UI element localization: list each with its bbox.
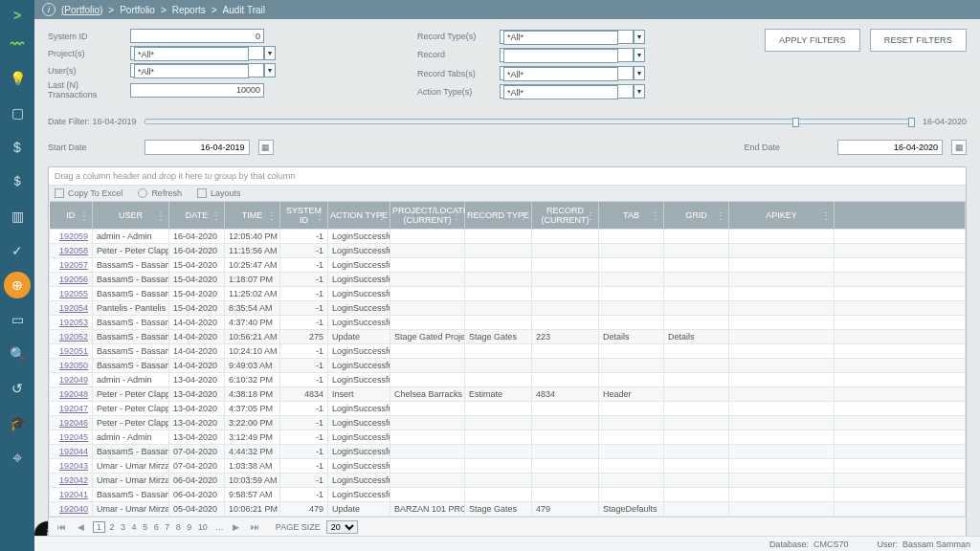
column-menu-icon[interactable]: ⋮ bbox=[716, 210, 725, 221]
column-menu-icon[interactable]: ⋮ bbox=[79, 210, 89, 221]
education-icon[interactable]: 🎓 bbox=[4, 409, 31, 436]
table-row[interactable]: 192050BassamS - Bassam Sa14-04-20209:49:… bbox=[50, 359, 966, 373]
column-header[interactable]: RECORD TYPE⋮ bbox=[465, 202, 532, 230]
calendar-icon[interactable]: ▦ bbox=[951, 140, 967, 155]
table-row[interactable]: 192044BassamS - Bassam Sa07-04-20204:44:… bbox=[50, 445, 966, 459]
column-header[interactable]: DATE⋮ bbox=[169, 202, 225, 230]
column-menu-icon[interactable]: ⋮ bbox=[212, 210, 221, 221]
column-menu-icon[interactable]: ⋮ bbox=[519, 210, 528, 221]
column-menu-icon[interactable]: ⋮ bbox=[651, 210, 660, 221]
record-select[interactable]: ▾ bbox=[500, 48, 634, 62]
briefcase-icon[interactable]: ▭ bbox=[4, 306, 31, 333]
chevron-down-icon[interactable]: ▾ bbox=[634, 30, 645, 44]
projects-select[interactable]: ▾ bbox=[130, 46, 264, 60]
record-tabs-select[interactable]: ▾ bbox=[500, 66, 634, 80]
table-row[interactable]: 192047Peter - Peter Clapp13-04-20204:37:… bbox=[50, 402, 966, 416]
layouts-button[interactable]: Layouts bbox=[197, 188, 241, 198]
column-menu-icon[interactable]: ⋮ bbox=[821, 210, 831, 221]
copy-to-excel-button[interactable]: Copy To Excel bbox=[55, 188, 122, 198]
table-row[interactable]: 192048Peter - Peter Clapp13-04-20204:38:… bbox=[50, 387, 966, 402]
users-value[interactable] bbox=[134, 64, 249, 78]
pager-page[interactable]: 2 bbox=[108, 522, 117, 532]
column-menu-icon[interactable]: ⋮ bbox=[377, 210, 387, 221]
pager-page[interactable]: 5 bbox=[141, 522, 149, 532]
date-slider-handle-left[interactable] bbox=[792, 118, 799, 127]
logout-icon[interactable]: ⎆ bbox=[4, 444, 31, 471]
record-types-value[interactable] bbox=[503, 31, 618, 45]
pager-page[interactable]: 3 bbox=[119, 522, 127, 532]
pager-page[interactable]: 10 bbox=[196, 522, 210, 532]
reset-filters-button[interactable]: RESET FILTERS bbox=[870, 29, 967, 52]
table-row[interactable]: 192057BassamS - Bassam Sa15-04-202010:25… bbox=[50, 258, 966, 273]
pager-page[interactable]: 7 bbox=[163, 522, 171, 532]
column-header[interactable]: PROJECT/LOCATION (CURRENT)⋮ bbox=[390, 202, 465, 230]
breadcrumb-p1[interactable]: Portfolio bbox=[120, 5, 155, 15]
calendar-icon[interactable]: ▦ bbox=[258, 140, 274, 155]
table-row[interactable]: 192055BassamS - Bassam Sa15-04-202011:25… bbox=[50, 287, 966, 301]
table-row[interactable]: 192046Peter - Peter Clapp13-04-20203:22:… bbox=[50, 416, 966, 430]
column-header[interactable]: SYSTEM ID⋮ bbox=[280, 202, 328, 230]
table-row[interactable]: 192040Umar - Umar Mirza05-04-202010:06:2… bbox=[50, 502, 966, 517]
record-tabs-value[interactable] bbox=[503, 67, 618, 81]
chevron-down-icon[interactable]: ▾ bbox=[634, 48, 645, 62]
history-icon[interactable]: ↺ bbox=[4, 375, 31, 402]
date-slider-track[interactable] bbox=[145, 119, 915, 124]
column-menu-icon[interactable]: ⋮ bbox=[315, 210, 324, 221]
breadcrumb-p2[interactable]: Reports bbox=[172, 5, 206, 15]
globe-icon[interactable]: ⊕ bbox=[4, 272, 31, 298]
start-date-input[interactable] bbox=[145, 140, 250, 155]
column-header[interactable]: TAB⋮ bbox=[599, 202, 664, 230]
column-header[interactable]: GRID⋮ bbox=[664, 202, 729, 230]
refresh-button[interactable]: Refresh bbox=[138, 188, 182, 198]
users-select[interactable]: ▾ bbox=[130, 63, 264, 77]
column-menu-icon[interactable]: ⋮ bbox=[452, 210, 461, 221]
pager-page[interactable]: 1 bbox=[93, 521, 105, 533]
pager-page[interactable]: 9 bbox=[185, 522, 193, 532]
column-menu-icon[interactable]: ⋮ bbox=[267, 210, 277, 221]
table-row[interactable]: 192049admin - Admin13-04-20206:10:32 PM-… bbox=[50, 373, 966, 387]
date-slider-handle-right[interactable] bbox=[908, 118, 915, 127]
column-header[interactable]: TIME⋮ bbox=[225, 202, 280, 230]
projects-value[interactable] bbox=[134, 47, 249, 61]
check-icon[interactable]: ✓ bbox=[4, 237, 31, 264]
lightbulb-icon[interactable]: 💡 bbox=[4, 65, 31, 92]
pager-next-icon[interactable]: ▶ bbox=[230, 520, 243, 534]
column-header[interactable]: APIKEY⋮ bbox=[729, 202, 835, 230]
chevron-down-icon[interactable]: ▾ bbox=[634, 66, 645, 80]
chevron-down-icon[interactable]: ▾ bbox=[264, 46, 276, 60]
action-types-value[interactable] bbox=[503, 85, 618, 99]
column-header[interactable]: RECORD (CURRENT)⋮ bbox=[532, 202, 599, 230]
action-types-select[interactable]: ▾ bbox=[500, 84, 634, 99]
breadcrumb-root[interactable]: (Portfolio) bbox=[61, 5, 102, 15]
record-types-select[interactable]: ▾ bbox=[500, 30, 634, 44]
chevron-down-icon[interactable]: ▾ bbox=[264, 63, 276, 77]
table-row[interactable]: 192051BassamS - Bassam Sa14-04-202010:24… bbox=[50, 344, 966, 359]
table-row[interactable]: 192042Umar - Umar Mirza06-04-202010:03:5… bbox=[50, 474, 966, 488]
finance-icon[interactable]: ＄ bbox=[4, 168, 31, 195]
table-row[interactable]: 192056BassamS - Bassam Sa15-04-20201:18:… bbox=[50, 273, 966, 287]
table-row[interactable]: 192043Umar - Umar Mirza07-04-20201:03:38… bbox=[50, 459, 966, 474]
pager-prev-icon[interactable]: ◀ bbox=[74, 520, 87, 534]
dollar-icon[interactable]: $ bbox=[4, 134, 31, 161]
column-header[interactable]: ACTION TYPE⋮ bbox=[328, 202, 390, 230]
pager-page[interactable]: 6 bbox=[152, 522, 161, 532]
end-date-input[interactable] bbox=[837, 140, 943, 155]
apply-filters-button[interactable]: APPLY FILTERS bbox=[765, 29, 860, 52]
pager-page[interactable]: 4 bbox=[130, 522, 139, 532]
chevron-down-icon[interactable]: ▾ bbox=[634, 84, 645, 99]
breadcrumb-info-icon[interactable]: i bbox=[42, 3, 56, 16]
column-header[interactable]: USER⋮ bbox=[93, 202, 169, 230]
table-row[interactable]: 192054Pantelis - Pantelis Oik15-04-20208… bbox=[50, 301, 966, 316]
lastn-input[interactable] bbox=[130, 83, 264, 98]
pagesize-select[interactable]: 20 bbox=[326, 520, 358, 534]
table-row[interactable]: 192053BassamS - Bassam Sa14-04-20204:37:… bbox=[50, 316, 966, 330]
column-menu-icon[interactable]: ⋮ bbox=[586, 210, 595, 221]
table-row[interactable]: 192045admin - Admin13-04-20203:12:49 PM-… bbox=[50, 430, 966, 445]
column-menu-icon[interactable]: ⋮ bbox=[156, 210, 166, 221]
table-row[interactable]: 192052BassamS - Bassam Sa14-04-202010:56… bbox=[50, 330, 966, 344]
clipboard-icon[interactable]: ▢ bbox=[4, 99, 31, 126]
building-icon[interactable]: ▥ bbox=[4, 203, 31, 230]
table-row[interactable]: 192058Peter - Peter Clapp16-04-202011:15… bbox=[50, 244, 966, 258]
pager-last-icon[interactable]: ⏭ bbox=[249, 520, 262, 534]
pager-page[interactable]: 8 bbox=[174, 522, 183, 532]
